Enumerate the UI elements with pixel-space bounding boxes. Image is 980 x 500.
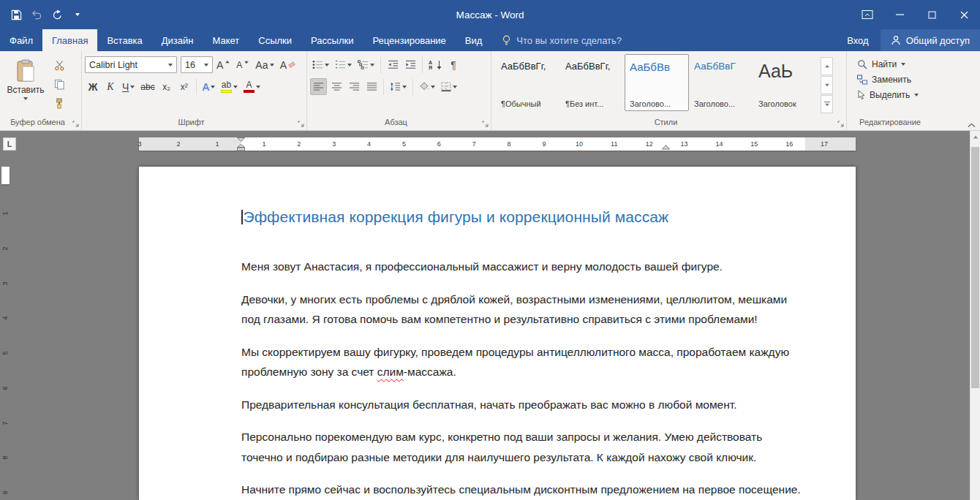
align-center-button[interactable] (328, 78, 344, 95)
shading-button[interactable] (417, 78, 437, 95)
document-heading[interactable]: Эффективная коррекция фигуры и коррекцио… (241, 208, 804, 226)
close-button[interactable] (948, 0, 980, 29)
numbering-button[interactable] (333, 56, 354, 73)
vertical-scrollbar[interactable] (970, 131, 980, 500)
document-page[interactable]: Эффективная коррекция фигуры и коррекцио… (139, 167, 856, 500)
style-card-no-spacing[interactable]: АаБбВвГг, ¶Без инт... (560, 54, 625, 111)
text-effects-button[interactable]: А (200, 78, 217, 95)
clipboard-dialog-launcher[interactable] (72, 121, 79, 127)
highlight-dropdown-icon[interactable] (233, 86, 238, 88)
font-size-dropdown-icon[interactable] (204, 64, 208, 67)
doc-paragraph-6[interactable]: Начните прямо сейчас и воспользуйтесь сп… (241, 480, 804, 500)
undo-button[interactable] (28, 6, 45, 23)
format-painter-button[interactable] (49, 95, 69, 112)
tab-home[interactable]: Главная (42, 29, 97, 51)
minimize-button[interactable] (883, 0, 916, 29)
numbering-dropdown-icon[interactable] (347, 64, 352, 67)
style-card-normal[interactable]: АаБбВвГг, ¶Обычный (496, 54, 560, 111)
tab-file[interactable]: Файл (0, 29, 42, 51)
text-effects-dropdown-icon[interactable] (211, 86, 215, 88)
clear-formatting-button[interactable]: А (278, 56, 297, 73)
bold-button[interactable]: Ж (85, 78, 101, 95)
shrink-font-button[interactable]: А (234, 56, 252, 73)
paste-button[interactable]: Вставить (6, 54, 45, 100)
change-case-button[interactable]: Аа (253, 56, 276, 73)
tab-design[interactable]: Дизайн (152, 29, 203, 51)
restore-button[interactable] (916, 0, 948, 29)
bullets-dropdown-icon[interactable] (325, 64, 329, 67)
styles-dialog-launcher[interactable] (837, 121, 844, 127)
underline-dropdown-icon[interactable] (130, 86, 135, 88)
horizontal-ruler[interactable]: L 321 1234567891011121314151617 (0, 131, 980, 157)
styles-scroll-up-button[interactable] (821, 57, 833, 75)
show-paragraph-marks-button[interactable]: ¶ (445, 56, 461, 73)
borders-button[interactable] (439, 78, 459, 95)
collapse-ribbon-icon[interactable] (968, 123, 976, 128)
vertical-ruler[interactable]: 123456789 (0, 157, 10, 500)
underline-button[interactable]: Ч (120, 78, 137, 95)
right-indent-marker[interactable] (662, 145, 670, 150)
copy-button[interactable] (49, 76, 69, 93)
borders-dropdown-icon[interactable] (453, 86, 457, 88)
find-button[interactable]: Найти (857, 59, 919, 69)
paste-dropdown-icon[interactable] (23, 97, 28, 100)
tab-view[interactable]: Вид (456, 29, 492, 51)
tab-stop-selector[interactable]: L (3, 137, 16, 151)
doc-paragraph-4[interactable]: Предварительная консультация бесплатная,… (241, 395, 804, 415)
tab-review[interactable]: Рецензирование (363, 29, 455, 51)
save-button[interactable] (7, 6, 25, 23)
select-button[interactable]: Выделить (857, 90, 919, 100)
superscript-button[interactable]: x² (176, 78, 192, 95)
shading-dropdown-icon[interactable] (431, 86, 435, 88)
paragraph-dialog-launcher[interactable] (482, 121, 489, 127)
justify-button[interactable] (363, 78, 380, 95)
bullets-button[interactable] (310, 56, 331, 73)
line-spacing-dropdown-icon[interactable] (402, 86, 407, 88)
font-color-button[interactable]: А (241, 78, 263, 95)
scroll-up-button[interactable] (970, 131, 980, 143)
style-card-title[interactable]: АаЬ Заголовок (753, 54, 818, 111)
redo-button[interactable] (48, 6, 66, 23)
strikethrough-button[interactable]: abc (138, 78, 157, 95)
font-family-dropdown-icon[interactable] (168, 64, 173, 67)
doc-paragraph-1[interactable]: Меня зовут Анастасия, я профессиональный… (241, 257, 804, 277)
first-line-indent-marker[interactable] (237, 137, 245, 142)
increase-indent-button[interactable] (402, 56, 418, 73)
font-color-dropdown-icon[interactable] (256, 86, 260, 88)
replace-button[interactable]: Заменить (857, 75, 919, 85)
find-dropdown-icon[interactable] (901, 63, 905, 66)
italic-button[interactable]: К (102, 78, 118, 95)
tell-me-box[interactable]: Что вы хотите сделать? (502, 29, 622, 51)
subscript-button[interactable]: x₂ (159, 78, 175, 95)
multilevel-dropdown-icon[interactable] (370, 64, 374, 67)
doc-paragraph-5[interactable]: Персонально порекомендую вам курс, конкр… (241, 427, 804, 467)
styles-gallery-more-button[interactable] (821, 95, 833, 113)
tab-insert[interactable]: Вставка (97, 29, 151, 51)
highlight-color-button[interactable]: ab (219, 78, 240, 95)
style-card-heading1[interactable]: АаБбВв Заголово... (625, 54, 689, 111)
multilevel-list-button[interactable] (355, 56, 377, 73)
styles-scroll-down-button[interactable] (821, 76, 833, 94)
style-card-heading2[interactable]: АаБбВвГ Заголово... (689, 54, 753, 111)
line-spacing-button[interactable] (388, 78, 409, 95)
tab-references[interactable]: Ссылки (249, 29, 301, 51)
font-family-combo[interactable]: Calibri Light (85, 56, 177, 73)
font-size-combo[interactable]: 16 (181, 56, 213, 73)
doc-paragraph-2[interactable]: Девочки, у многих есть проблемы с дрябло… (241, 289, 804, 330)
ribbon-display-options-icon[interactable] (851, 0, 883, 29)
customize-qat-dropdown-icon[interactable] (69, 6, 86, 23)
select-dropdown-icon[interactable] (914, 94, 919, 96)
sign-in-button[interactable]: Вход (835, 29, 880, 51)
align-right-button[interactable] (346, 78, 362, 95)
decrease-indent-button[interactable] (385, 56, 401, 73)
sort-button[interactable]: АЯ (426, 56, 444, 73)
share-button[interactable]: Общий доступ (881, 29, 980, 51)
doc-paragraph-3[interactable]: Мы скорректируем вашу фигурку, проведем … (241, 342, 804, 382)
tab-layout[interactable]: Макет (203, 29, 249, 51)
scrollbar-thumb[interactable] (971, 147, 979, 388)
font-dialog-launcher[interactable] (298, 121, 304, 127)
align-left-button[interactable] (310, 78, 327, 95)
tab-mailings[interactable]: Рассылки (301, 29, 363, 51)
hanging-indent-marker[interactable] (237, 144, 245, 151)
grow-font-button[interactable]: А (214, 56, 233, 73)
